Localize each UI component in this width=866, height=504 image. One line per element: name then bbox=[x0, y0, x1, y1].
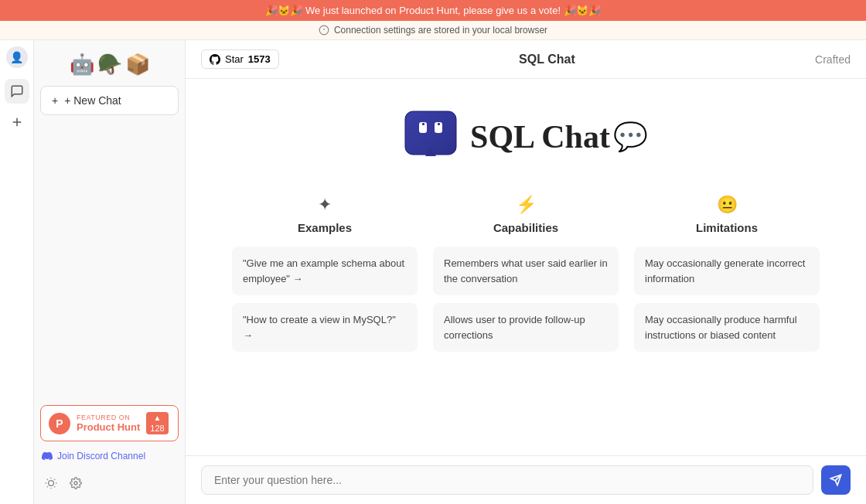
capabilities-card-1: Remembers what user said earlier in the … bbox=[433, 247, 619, 295]
hero-logo bbox=[404, 110, 458, 164]
svg-line-13 bbox=[54, 479, 55, 480]
sun-button[interactable] bbox=[42, 474, 60, 495]
svg-rect-16 bbox=[405, 111, 456, 155]
sql-chat-logo-svg bbox=[404, 110, 458, 164]
feature-col-examples: ✦ Examples "Give me an example schema ab… bbox=[232, 195, 418, 352]
ph-logo: P bbox=[49, 413, 70, 434]
capabilities-title: Capabilities bbox=[493, 221, 558, 234]
sidebar-settings-row bbox=[40, 471, 179, 498]
ph-count-label: 128 bbox=[150, 424, 164, 433]
github-star-button[interactable]: Star 1573 bbox=[201, 49, 279, 69]
limitations-card-2: May occasionally produce harmful instruc… bbox=[634, 303, 820, 352]
svg-rect-19 bbox=[422, 123, 424, 125]
launch-banner: 🎉🐱🎉 We just launched on Product Hunt, pl… bbox=[0, 0, 866, 21]
send-icon bbox=[830, 474, 842, 486]
sidebar-icon-btn-main[interactable] bbox=[5, 79, 29, 104]
svg-point-5 bbox=[49, 481, 54, 486]
star-label: Star bbox=[225, 53, 244, 65]
sun-icon bbox=[45, 477, 57, 489]
limitations-icon: 😐 bbox=[717, 195, 738, 215]
star-count: 1573 bbox=[248, 53, 271, 65]
feature-col-capabilities: ⚡ Capabilities Remembers what user said … bbox=[433, 195, 619, 352]
capabilities-icon: ⚡ bbox=[516, 195, 537, 215]
connection-banner: Connection settings are stored in your l… bbox=[0, 21, 866, 40]
chat-input-area bbox=[186, 455, 866, 504]
new-chat-label: + New Chat bbox=[64, 94, 121, 107]
plus-icon bbox=[10, 115, 24, 129]
main-header: Star 1573 SQL Chat Crafted bbox=[186, 40, 866, 79]
discord-link[interactable]: Join Discord Channel bbox=[40, 448, 179, 465]
hero-area: SQL Chat 💬 bbox=[404, 110, 648, 164]
avatar: 👤 bbox=[6, 46, 28, 68]
chat-input[interactable] bbox=[201, 465, 813, 495]
svg-point-14 bbox=[74, 482, 77, 485]
ph-name-label: Product Hunt bbox=[77, 421, 140, 433]
discord-label: Join Discord Channel bbox=[57, 451, 145, 461]
product-hunt-badge[interactable]: P FEATURED ON Product Hunt ▲ 128 bbox=[40, 405, 179, 441]
plus-icon-label: + bbox=[52, 94, 58, 107]
settings-button[interactable] bbox=[66, 474, 85, 495]
features-grid: ✦ Examples "Give me an example schema ab… bbox=[232, 195, 820, 352]
limitations-title: Limitations bbox=[696, 221, 758, 234]
send-button[interactable] bbox=[821, 465, 851, 495]
svg-line-9 bbox=[54, 486, 55, 487]
header-title: SQL Chat bbox=[279, 53, 815, 66]
examples-card-1[interactable]: "Give me an example schema about employe… bbox=[232, 247, 418, 295]
ph-count: ▲ 128 bbox=[146, 412, 168, 434]
header-crafted: Crafted bbox=[815, 53, 851, 66]
github-icon bbox=[210, 54, 220, 65]
svg-line-8 bbox=[47, 479, 48, 480]
examples-title: Examples bbox=[298, 221, 352, 234]
sidebar-logo-area: 👤 bbox=[6, 46, 28, 68]
sidebar-icon-btn-plus[interactable] bbox=[5, 110, 29, 135]
new-chat-button[interactable]: + + New Chat bbox=[40, 86, 179, 115]
sidebar-panel: 🤖 🪖 📦 + + New Chat P FEATURED ON Product… bbox=[34, 40, 186, 504]
ph-arrow: ▲ bbox=[154, 414, 162, 422]
main-content: Star 1573 SQL Chat Crafted bbox=[186, 40, 866, 504]
ph-featured-label: FEATURED ON bbox=[77, 414, 140, 421]
sidebar-top-logos: 🤖 🪖 📦 bbox=[40, 46, 179, 80]
limitations-card-1: May occasionally generate incorrect info… bbox=[634, 247, 820, 295]
discord-icon bbox=[42, 451, 53, 461]
chat-icon bbox=[10, 84, 24, 98]
sidebar-icons: 👤 bbox=[0, 40, 34, 504]
capabilities-card-2: Allows user to provide follow-up correct… bbox=[433, 303, 619, 352]
sidebar-bottom: P FEATURED ON Product Hunt ▲ 128 Join Di… bbox=[40, 399, 179, 498]
svg-line-12 bbox=[47, 486, 48, 487]
gear-icon bbox=[70, 477, 82, 489]
feature-col-limitations: 😐 Limitations May occasionally generate … bbox=[634, 195, 820, 352]
chat-body: SQL Chat 💬 ✦ Examples "Give me an exampl… bbox=[186, 79, 866, 455]
svg-rect-20 bbox=[438, 123, 440, 125]
chat-bubble-icon: 💬 bbox=[613, 121, 648, 153]
hero-title: SQL Chat 💬 bbox=[470, 118, 648, 155]
info-icon bbox=[319, 25, 329, 36]
examples-icon: ✦ bbox=[318, 195, 332, 215]
examples-card-2[interactable]: "How to create a view in MySQL?" → bbox=[232, 303, 418, 352]
